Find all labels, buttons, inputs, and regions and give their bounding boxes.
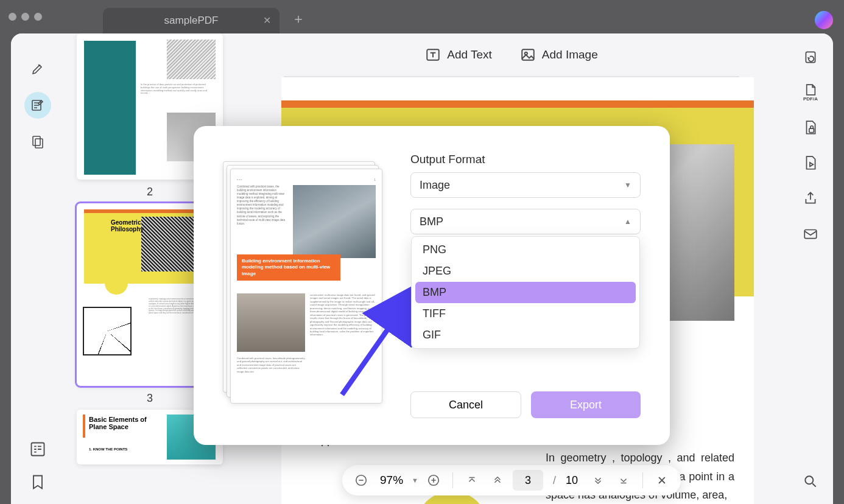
minimize-window-icon[interactable] [21,13,29,21]
option-png[interactable]: PNG [415,239,636,261]
format-type-select[interactable]: BMP ▲ PNG JPEG BMP TIFF GIF [410,209,641,234]
option-tiff[interactable]: TIFF [415,303,636,324]
format-type-dropdown: PNG JPEG BMP TIFF GIF [411,236,640,349]
chevron-up-icon: ▲ [624,217,631,226]
tab-title: samplePDF [164,15,219,27]
option-jpeg[interactable]: JPEG [415,261,636,282]
option-bmp[interactable]: BMP [415,282,636,303]
export-preview: ▪ ▪ ▪1 Combined with practical cases, th… [223,161,381,405]
app-frame: In the process of data particle on and p… [11,33,833,504]
close-tab-icon[interactable]: ✕ [263,15,271,26]
export-dialog: ▪ ▪ ▪1 Combined with practical cases, th… [194,126,670,445]
chevron-down-icon: ▼ [624,181,631,189]
format-category-select[interactable]: Image ▼ [410,172,641,198]
export-controls: Output Format Image ▼ BMP ▲ PNG JPEG BMP… [410,153,641,418]
titlebar: samplePDF ✕ ＋ [0,0,844,33]
output-format-label: Output Format [410,153,641,166]
cancel-button[interactable]: Cancel [410,391,521,418]
option-gif[interactable]: GIF [415,324,636,346]
maximize-window-icon[interactable] [34,13,42,21]
close-window-icon[interactable] [9,13,16,21]
user-avatar[interactable] [815,11,833,29]
new-tab-button[interactable]: ＋ [292,10,305,28]
export-button[interactable]: Export [531,391,641,418]
document-tab[interactable]: samplePDF ✕ [103,8,280,33]
window-controls [9,13,42,21]
